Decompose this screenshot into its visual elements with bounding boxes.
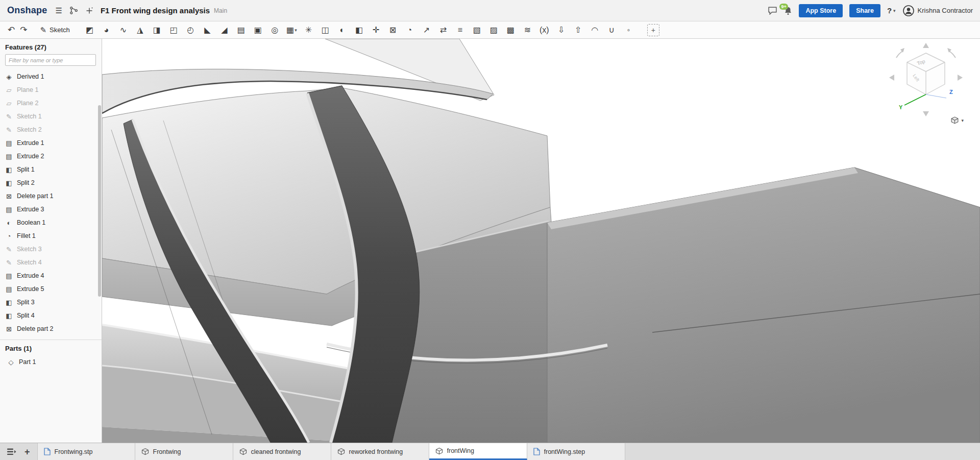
feature-item[interactable]: ◔ Fillet 1: [0, 229, 102, 243]
extrude-icon: ▤: [5, 153, 13, 160]
projected-curve-icon[interactable]: ∪: [603, 23, 620, 37]
orbit-up-arrow-icon[interactable]: [923, 43, 929, 48]
document-tab[interactable]: reworked frontwing: [331, 443, 429, 460]
feature-item[interactable]: ▱ Plane 1: [0, 83, 102, 96]
boolean-icon[interactable]: ◐: [334, 23, 351, 37]
insert-icon[interactable]: [85, 7, 93, 15]
orbit-right-arrow-icon[interactable]: [958, 75, 963, 81]
feature-item[interactable]: ◐ Boolean 1: [0, 216, 102, 229]
feature-item[interactable]: ◧ Split 1: [0, 163, 102, 176]
fill-surface-icon[interactable]: ▨: [485, 23, 502, 37]
composite-curve-icon[interactable]: ◠: [586, 23, 603, 37]
feature-item[interactable]: ▤ Extrude 5: [0, 282, 102, 296]
document-tab[interactable]: cleaned frontwing: [233, 443, 331, 460]
display-options-button[interactable]: ▾: [950, 116, 964, 124]
transform-icon[interactable]: ✛: [368, 23, 384, 37]
manage-tabs-icon[interactable]: [7, 448, 16, 455]
feature-item[interactable]: ▤ Extrude 1: [0, 136, 102, 150]
document-tab[interactable]: frontWing.step: [527, 443, 625, 460]
feature-item[interactable]: ▤ Extrude 2: [0, 150, 102, 163]
chamfer-icon[interactable]: ◣: [199, 23, 216, 37]
mirror-icon[interactable]: ◫: [317, 23, 334, 37]
feature-item[interactable]: ◈ Derived 1: [0, 70, 102, 83]
offset-surface-icon[interactable]: ≡: [452, 23, 469, 37]
top-bar-actions: 9+ App Store Share ? ▾ Krishna Contracto…: [768, 4, 980, 17]
view-cube[interactable]: [907, 53, 945, 94]
feature-item[interactable]: ⊠ Delete part 2: [0, 322, 102, 335]
view-cube-widget[interactable]: Top Left Y Z: [885, 42, 967, 118]
replace-face-icon[interactable]: ⇄: [435, 23, 452, 37]
hole-icon[interactable]: ◎: [266, 23, 283, 37]
circular-pattern-icon[interactable]: ✳: [300, 23, 317, 37]
feature-item[interactable]: ◧ Split 3: [0, 296, 102, 309]
feature-label: Split 1: [17, 166, 35, 173]
account-menu[interactable]: Krishna Contractor: [902, 5, 973, 17]
ruled-surface-icon[interactable]: ▩: [502, 23, 519, 37]
move-face-icon[interactable]: ↗: [418, 23, 435, 37]
boundary-surface-icon[interactable]: ▧: [469, 23, 485, 37]
notifications-bell-icon[interactable]: 9+: [784, 6, 792, 15]
linear-pattern-icon[interactable]: ▦ ▾: [283, 23, 300, 37]
graphics-viewport[interactable]: Top Left Y Z ▾: [102, 39, 980, 443]
sweep-icon[interactable]: ∿: [115, 23, 132, 37]
share-button[interactable]: Share: [849, 4, 880, 17]
helix-icon[interactable]: ≋: [519, 23, 536, 37]
right-wing-panel[interactable]: [547, 167, 980, 443]
document-title[interactable]: F1 Front wing design analysis: [101, 6, 210, 15]
features-filter-input[interactable]: [5, 54, 96, 66]
app-store-button[interactable]: App Store: [799, 4, 843, 17]
rib-icon[interactable]: ▤: [233, 23, 250, 37]
rotate-cw-icon[interactable]: [947, 48, 955, 58]
revolve-icon[interactable]: ◕: [98, 23, 115, 37]
import-icon[interactable]: ⇩: [553, 23, 570, 37]
feature-item[interactable]: ▤ Extrude 4: [0, 269, 102, 282]
redo-icon[interactable]: ↷: [20, 25, 27, 35]
feature-label: Split 3: [17, 299, 35, 306]
feature-item[interactable]: ◧ Split 2: [0, 176, 102, 189]
enclose-icon[interactable]: ◰: [165, 23, 182, 37]
feature-item[interactable]: ✎ Sketch 1: [0, 110, 102, 123]
modify-fillet-icon[interactable]: ◔: [401, 23, 418, 37]
feature-toolbar: ↶ ↷ ✎ Sketch ◩ ◕ ∿ ◮: [0, 21, 980, 39]
split-icon[interactable]: ◧: [351, 23, 368, 37]
point-icon[interactable]: ◦: [620, 23, 637, 37]
delete-part-icon[interactable]: ⊠: [384, 23, 401, 37]
feature-item[interactable]: ⊠ Delete part 1: [0, 189, 102, 203]
comments-icon[interactable]: [768, 6, 777, 15]
onshape-logo[interactable]: Onshape: [7, 5, 47, 16]
feature-item[interactable]: ✎ Sketch 4: [0, 256, 102, 269]
hamburger-menu-icon[interactable]: ☰: [55, 6, 62, 15]
fillet-icon[interactable]: ◴: [182, 23, 199, 37]
model-3d-view[interactable]: [102, 39, 980, 443]
loft-icon[interactable]: ◮: [132, 23, 149, 37]
add-tab-button[interactable]: +: [24, 447, 30, 456]
tab-label: Frontwing: [153, 448, 181, 455]
feature-item[interactable]: ▱ Plane 2: [0, 96, 102, 110]
sketch-button[interactable]: ✎ Sketch: [35, 24, 75, 36]
shell-icon[interactable]: ▣: [250, 23, 266, 37]
draft-icon[interactable]: ◢: [216, 23, 233, 37]
document-tab[interactable]: Frontwing.stp: [37, 443, 135, 460]
export-icon[interactable]: ⇧: [570, 23, 586, 37]
orbit-down-arrow-icon[interactable]: [923, 111, 929, 116]
caret-down-icon: ▾: [961, 118, 964, 123]
feature-item[interactable]: ✎ Sketch 3: [0, 243, 102, 256]
feature-item[interactable]: ▤ Extrude 3: [0, 203, 102, 216]
document-tab[interactable]: frontWing: [429, 443, 527, 460]
document-tab[interactable]: Frontwing: [135, 443, 233, 460]
part-item[interactable]: ◇ Part 1: [0, 355, 102, 369]
rotate-ccw-icon[interactable]: [896, 48, 904, 58]
help-menu[interactable]: ? ▾: [887, 6, 896, 15]
feature-list-scrollbar[interactable]: [98, 105, 101, 297]
feature-item[interactable]: ◧ Split 4: [0, 309, 102, 322]
custom-feature-icon[interactable]: +: [647, 24, 659, 36]
feature-label: Boolean 1: [17, 219, 45, 226]
orbit-left-arrow-icon[interactable]: [889, 75, 894, 81]
undo-icon[interactable]: ↶: [8, 25, 15, 35]
feature-item[interactable]: ✎ Sketch 2: [0, 123, 102, 136]
delete-part-icon: ⊠: [5, 192, 13, 200]
document-history-icon[interactable]: [69, 6, 78, 15]
extrude-icon[interactable]: ◩: [81, 23, 98, 37]
variable-icon[interactable]: (x): [536, 23, 553, 37]
thicken-icon[interactable]: ◨: [149, 23, 165, 37]
